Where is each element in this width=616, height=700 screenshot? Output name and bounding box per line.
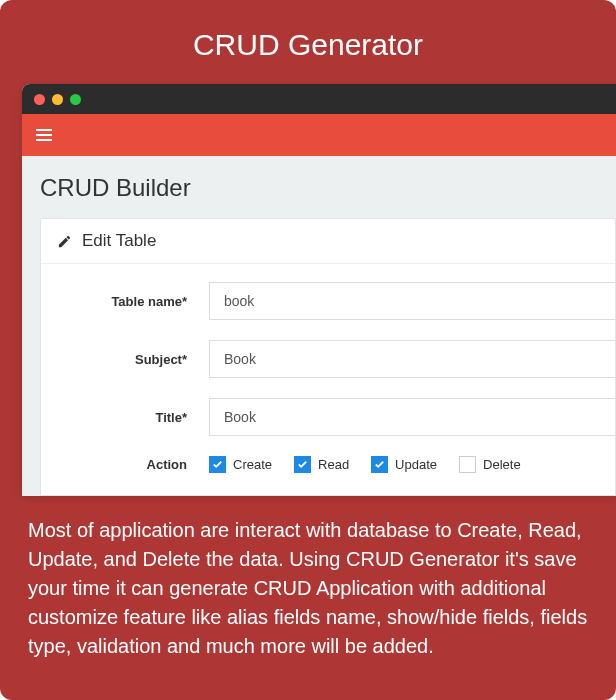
label-subject: Subject* <box>41 352 209 367</box>
checkbox-label: Update <box>395 457 437 472</box>
card-title: CRUD Generator <box>0 0 616 84</box>
input-title[interactable] <box>209 398 615 436</box>
checkbox-box <box>209 456 226 473</box>
checkbox-delete[interactable]: Delete <box>459 456 521 473</box>
panel-title: Edit Table <box>82 231 156 251</box>
window-close-icon[interactable] <box>34 94 45 105</box>
checkbox-create[interactable]: Create <box>209 456 272 473</box>
app-content: CRUD Builder Edit Table Table name* Subj… <box>22 156 616 496</box>
row-title: Title* <box>41 398 615 436</box>
feature-card: CRUD Generator CRUD Builder Edit Table T… <box>0 0 616 700</box>
page-title: CRUD Builder <box>40 174 616 202</box>
app-toolbar <box>22 114 616 156</box>
row-subject: Subject* <box>41 340 615 378</box>
panel-body: Table name* Subject* Title* Action <box>41 264 615 495</box>
checkbox-label: Read <box>318 457 349 472</box>
hamburger-icon[interactable] <box>36 129 52 141</box>
checkbox-read[interactable]: Read <box>294 456 349 473</box>
edit-table-panel: Edit Table Table name* Subject* Title* <box>40 218 616 496</box>
input-table-name[interactable] <box>209 282 615 320</box>
checkbox-label: Delete <box>483 457 521 472</box>
app-window: CRUD Builder Edit Table Table name* Subj… <box>22 84 616 496</box>
checkbox-label: Create <box>233 457 272 472</box>
checkbox-box <box>294 456 311 473</box>
window-minimize-icon[interactable] <box>52 94 63 105</box>
label-table-name: Table name* <box>41 294 209 309</box>
label-action: Action <box>41 457 209 472</box>
row-action: Action Create Read <box>41 456 615 473</box>
action-checkbox-group: Create Read Update <box>209 456 615 473</box>
panel-header: Edit Table <box>41 219 615 264</box>
label-title: Title* <box>41 410 209 425</box>
window-titlebar <box>22 84 616 114</box>
pencil-icon <box>57 234 72 249</box>
feature-description: Most of application are interact with da… <box>0 496 616 661</box>
checkbox-box <box>371 456 388 473</box>
checkbox-box <box>459 456 476 473</box>
window-maximize-icon[interactable] <box>70 94 81 105</box>
checkbox-update[interactable]: Update <box>371 456 437 473</box>
row-table-name: Table name* <box>41 282 615 320</box>
input-subject[interactable] <box>209 340 615 378</box>
